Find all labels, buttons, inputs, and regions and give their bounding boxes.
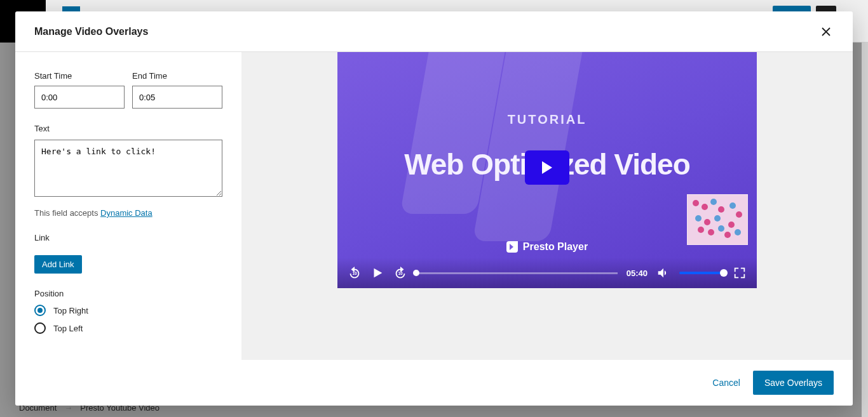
overlay-settings-panel[interactable]: Start Time End Time Text Here's a link t… bbox=[15, 52, 241, 360]
forward-10-button[interactable]: 10 bbox=[393, 266, 407, 280]
play-small-button[interactable] bbox=[370, 266, 384, 280]
video-time: 05:40 bbox=[627, 268, 648, 278]
brand-icon bbox=[506, 241, 518, 253]
progress-bar[interactable] bbox=[416, 272, 618, 274]
modal-header: Manage Video Overlays bbox=[15, 11, 853, 52]
hint-prefix: This field accepts bbox=[34, 208, 100, 218]
svg-text:10: 10 bbox=[398, 271, 403, 275]
video-preview-panel[interactable]: TUTORIAL Web Optimized Video Presto Play… bbox=[241, 52, 853, 360]
cancel-button[interactable]: Cancel bbox=[712, 378, 740, 388]
volume-slider[interactable] bbox=[679, 272, 724, 274]
modal-footer: Cancel Save Overlays bbox=[15, 360, 853, 406]
volume-button[interactable] bbox=[656, 266, 670, 280]
overlay-text-input[interactable]: Here's a link to click! bbox=[34, 140, 222, 197]
end-time-input[interactable] bbox=[132, 86, 222, 109]
link-label: Link bbox=[34, 233, 222, 242]
rewind-10-icon: 10 bbox=[348, 266, 362, 280]
position-option-top-right[interactable]: Top Right bbox=[34, 305, 222, 316]
fullscreen-icon bbox=[733, 266, 747, 280]
start-time-input[interactable] bbox=[34, 86, 125, 109]
rewind-10-button[interactable]: 10 bbox=[348, 266, 362, 280]
close-icon bbox=[821, 27, 831, 37]
video-controls: 10 10 05:40 bbox=[337, 258, 757, 288]
overlay-preview-thumbnail bbox=[687, 194, 748, 245]
dynamic-data-hint: This field accepts Dynamic Data bbox=[34, 208, 222, 218]
modal-title: Manage Video Overlays bbox=[34, 26, 148, 37]
add-link-button[interactable]: Add Link bbox=[34, 255, 82, 274]
radio-label: Top Left bbox=[53, 324, 83, 333]
play-icon bbox=[370, 266, 384, 280]
position-label: Position bbox=[34, 289, 222, 298]
radio-label: Top Right bbox=[53, 306, 88, 315]
play-icon bbox=[541, 161, 553, 175]
manage-overlays-modal: Manage Video Overlays Start Time End Tim… bbox=[15, 11, 853, 406]
close-button[interactable] bbox=[817, 23, 835, 41]
forward-10-icon: 10 bbox=[393, 266, 407, 280]
video-tag: TUTORIAL bbox=[337, 112, 757, 127]
volume-icon bbox=[656, 266, 670, 280]
modal-body: Start Time End Time Text Here's a link t… bbox=[15, 52, 853, 360]
text-label: Text bbox=[34, 124, 222, 133]
radio-icon bbox=[34, 305, 46, 316]
play-button[interactable] bbox=[525, 150, 569, 185]
volume-thumb[interactable] bbox=[720, 269, 728, 277]
fullscreen-button[interactable] bbox=[733, 266, 747, 280]
end-time-label: End Time bbox=[132, 71, 222, 81]
start-time-label: Start Time bbox=[34, 71, 125, 81]
svg-text:10: 10 bbox=[352, 271, 357, 275]
brand-text: Presto Player bbox=[523, 241, 588, 253]
dynamic-data-link[interactable]: Dynamic Data bbox=[100, 208, 153, 218]
video-player: TUTORIAL Web Optimized Video Presto Play… bbox=[337, 52, 757, 288]
progress-thumb[interactable] bbox=[413, 270, 419, 276]
save-overlays-button[interactable]: Save Overlays bbox=[753, 371, 834, 395]
radio-icon bbox=[34, 322, 46, 334]
position-option-top-left[interactable]: Top Left bbox=[34, 322, 222, 334]
